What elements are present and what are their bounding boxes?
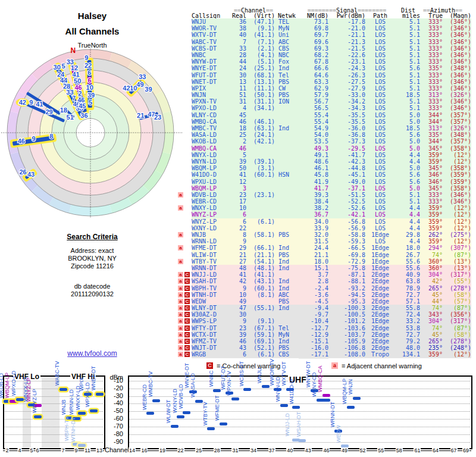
table-cell: WNYE-DT [192, 65, 232, 71]
table-cell: 294° [420, 245, 443, 251]
table-cell: 4.4 [395, 238, 420, 245]
table-cell: -17.8 [328, 18, 365, 25]
table-cell: 46.1 [299, 165, 328, 171]
table-cell: -56.9 [328, 225, 365, 231]
table-cell: 18.5 [395, 125, 420, 132]
table-cell: 2Edge [365, 285, 395, 292]
station-signal-bar [262, 385, 270, 388]
table-cell: -37.3 [328, 138, 365, 145]
station-label: WNJN [347, 379, 353, 395]
table-cell: 45.8 [299, 171, 328, 178]
table-cell: 33 [232, 45, 246, 52]
table-cell: 38 [232, 25, 246, 32]
table-cell: 333° [420, 98, 443, 105]
table-cell: 22 [232, 225, 246, 231]
table-cell: (24.1) [246, 132, 275, 138]
table-cell: 27 [232, 258, 246, 265]
table-cell: 18.5 [395, 92, 420, 98]
table-cell: 5.1 [395, 105, 420, 111]
table-cell: 343° [420, 311, 443, 318]
station-label: WMBQ-CA [317, 365, 323, 392]
table-cell: (46.1) [246, 118, 275, 125]
table-row: aWFME-DT29(66.1)Ind24.4-66.51Edge18.0294… [0, 245, 476, 251]
table-cell: -16.0 [299, 345, 328, 351]
adjacent-warning-icon: a [178, 292, 183, 298]
table-cell: WLNY-CD [192, 112, 232, 118]
table-cell: WWOR-TV [192, 25, 232, 32]
co-channel-warning-icon: C [184, 339, 190, 344]
table-cell: 5.1 [395, 39, 420, 45]
table-cell: LOS [365, 105, 395, 111]
table-cell: (67.1) [246, 325, 275, 331]
table-cell: 29 [232, 245, 246, 251]
table-cell: WNYW-DT [192, 58, 232, 65]
table-cell: -87.1 [328, 271, 365, 278]
table-row: W41DO-D41(60.1)HSN45.8-45.1LOS5.6346°(35… [0, 171, 476, 178]
table-cell: 73.1 [299, 18, 328, 25]
adjacent-warning-icon: a [178, 312, 183, 317]
table-cell: -23.1 [328, 58, 365, 65]
table-cell: -42.1 [328, 211, 365, 218]
table-cell: (326°) [443, 92, 471, 98]
table-cell: 333° [420, 192, 443, 198]
table-cell: -36.0 [328, 125, 365, 132]
station-label: WTBY-TV [202, 402, 208, 425]
station-signal-bar [298, 439, 306, 442]
table-cell: (357°) [443, 118, 471, 125]
table-cell: 333° [420, 58, 443, 65]
station-signal-bar [353, 397, 361, 400]
table-row: WLNY-CD4555.4-35.5LOS5.0344°(357°) [0, 112, 476, 118]
dbm-tick: -30 [105, 392, 123, 399]
table-cell: -58.8 [328, 231, 365, 238]
table-row: WLIW-DT21(21.1)PBS21.1-69.81Edge26.774°(… [0, 252, 476, 258]
table-row: WPXN-TV31(31.1)ION56.7-34.2LOS5.1333°(34… [0, 98, 476, 105]
table-cell: WABC-TV [192, 39, 232, 45]
table-cell: 72.7 [395, 331, 420, 338]
table-row: WRNN-DT48(48.1)Ind15.1-75.81Edge55.6360°… [0, 265, 476, 271]
table-cell: (346°) [443, 79, 471, 85]
table-cell: 5.6 [395, 65, 420, 71]
table-cell: 78.9 [395, 285, 420, 292]
table-cell: 46 [232, 118, 246, 125]
table-cell: LOS [365, 112, 395, 118]
table-cell: (3.1) [246, 165, 275, 171]
adjacent-warning-icon: a [178, 245, 183, 251]
dbm-tick: -40 [105, 399, 123, 406]
table-cell: -29.5 [328, 145, 365, 152]
table-cell: 2Edge [365, 311, 395, 318]
table-row: WPXU-LD1241.9-49.0LOS5.6346°(359°) [0, 179, 476, 185]
table-cell: -105.9 [328, 338, 365, 345]
table-cell: -36.8 [328, 132, 365, 138]
table-cell: -34.2 [328, 98, 365, 105]
table-cell: (47.1) [246, 18, 275, 25]
station-label: WPXN-TV [226, 371, 232, 396]
table-cell: LOS [365, 118, 395, 125]
table-cell: 6 [232, 351, 246, 358]
table-cell: 40 [232, 32, 246, 38]
table-cell: (317°) [443, 318, 471, 324]
table-row: WNYX-LD549.1-41.7LOS4.4359°(12°) [0, 152, 476, 158]
table-cell: 333° [420, 79, 443, 85]
channel-axis-label: Channel [105, 446, 129, 453]
table-cell: WEBR-CD [192, 198, 232, 205]
table-cell: -37.1 [328, 185, 365, 192]
table-cell: 36 [232, 18, 246, 25]
table-cell: -103.6 [328, 325, 365, 331]
table-cell: -17.1 [299, 351, 328, 358]
table-row: aCWEDW49PBS-4.5-95.32Edge57.144°(57°) [0, 298, 476, 305]
table-cell: LOS [365, 45, 395, 52]
channel-tick: 52 [359, 447, 367, 453]
table-cell: -75.8 [328, 265, 365, 271]
table-cell: (58°) [443, 331, 471, 338]
table-cell: 56.5 [299, 105, 328, 111]
station-signal-bar [280, 404, 288, 407]
table-cell: 313° [420, 92, 443, 98]
table-cell: -34.3 [328, 105, 365, 111]
table-cell: 41.7 [299, 185, 328, 192]
station-signal-bar [146, 412, 154, 415]
table-cell: WTNH-DT [192, 292, 232, 298]
table-cell: WPIX [192, 85, 232, 92]
table-cell: 39 [232, 331, 246, 338]
table-cell: (359°) [443, 171, 471, 178]
station-label: WXTV-DT [281, 362, 287, 386]
